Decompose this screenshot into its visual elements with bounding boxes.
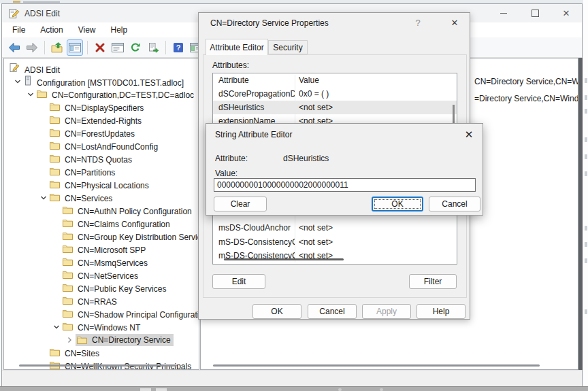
dialog-help-icon[interactable]: ? (411, 15, 425, 30)
attribute-row-dsheuristics-selected[interactable]: dSHeuristics <not set> (213, 101, 457, 114)
tree-item-cn-msmqservices[interactable]: CN=MsmqServices (4, 256, 199, 269)
tree-item-content: CN=Extended-Rights (50, 115, 143, 126)
tree-item-cn-rras[interactable]: CN=RRAS (4, 294, 199, 307)
tree-item-cn-group-key-distribution-servic[interactable]: CN=Group Key Distribution Servic (4, 230, 199, 243)
attribute-row[interactable]: mS-DS-ConsistencyC... <not set> (213, 235, 457, 249)
up-one-level-icon[interactable] (49, 39, 65, 56)
tree-item-cn-forestupdates[interactable]: CN=ForestUpdates (4, 126, 199, 139)
tree-item-label: CN=Public Key Services (76, 284, 167, 294)
maximize-button[interactable] (519, 4, 551, 22)
tree-item-cn-authn-policy-configuration[interactable]: CN=AuthN Policy Configuration (4, 204, 199, 217)
tree-item-configuration-mstt0dc01-test-adloc[interactable]: Configuration [MSTT0DC01.TEST.adloc] (4, 75, 199, 88)
chevron-down-icon[interactable] (50, 323, 63, 331)
menu-action[interactable]: Action (33, 23, 70, 37)
tree-item-cn-physical-locations[interactable]: CN=Physical Locations (4, 178, 199, 191)
folder-icon (50, 180, 60, 188)
result-row[interactable]: =Directory Service,CN=Windov (474, 94, 578, 103)
results-vertical-scrollbar[interactable] (578, 58, 583, 370)
tree-horizontal-scrollbar[interactable] (19, 364, 177, 367)
tree-item-cn-extended-rights[interactable]: CN=Extended-Rights (4, 114, 199, 126)
attribute-name: mS-DS-ConsistencyC... (213, 237, 295, 247)
tree-item-label: CN=Directory Service (91, 335, 172, 345)
show-hide-console-tree-icon[interactable] (67, 39, 83, 56)
value-input[interactable]: 00000000010000000002000000011 (214, 178, 476, 192)
tree-item-cn-ntds-quotas[interactable]: CN=NTDS Quotas (4, 152, 199, 165)
tree-item-cn-services[interactable]: CN=Services (4, 191, 199, 204)
folder-icon (63, 283, 73, 292)
forward-icon[interactable] (24, 39, 40, 56)
filter-button[interactable]: Filter (409, 274, 457, 289)
apply-button[interactable]: Apply (362, 304, 411, 319)
tree-rows: ADSI EditConfiguration [MSTT0DC01.TEST.a… (4, 62, 199, 370)
folder-icon (50, 347, 60, 356)
properties-icon[interactable] (110, 39, 126, 56)
tab-security[interactable]: Security (268, 40, 308, 54)
chevron-right-icon[interactable] (63, 336, 76, 344)
tree-item-cn-sites[interactable]: CN=Sites (4, 346, 199, 359)
tree-item-cn-windows-nt[interactable]: CN=Windows NT (4, 320, 199, 333)
minimize-button[interactable] (488, 4, 519, 22)
tree-item-content: CN=DisplaySpecifiers (50, 102, 145, 113)
ok-button[interactable]: OK (252, 304, 301, 319)
tree-item-label: CN=Sites (63, 348, 101, 359)
delete-icon[interactable] (92, 39, 108, 56)
chevron-down-icon[interactable] (37, 194, 50, 202)
tree-item-cn-claims-configuration[interactable]: CN=Claims Configuration (4, 217, 199, 230)
chevron-down-icon[interactable] (12, 78, 24, 86)
column-value[interactable]: Value (295, 75, 319, 85)
dialog-close-icon[interactable]: ✕ (446, 15, 463, 30)
list-vertical-scrollbar[interactable] (453, 105, 455, 124)
attribute-row[interactable]: dSCorePropagationD... 0x0 = ( ) (213, 87, 457, 101)
list-horizontal-scrollbar[interactable] (224, 258, 344, 260)
tree-item-cn-netservices[interactable]: CN=NetServices (4, 269, 199, 282)
attribute-row[interactable]: msDS-CloudAnchor <not set> (213, 221, 457, 235)
dialog-close-icon[interactable]: ✕ (461, 127, 477, 142)
tree-item-cn-configuration-dc-test-dc-adloc[interactable]: CN=Configuration,DC=TEST,DC=adloc (4, 88, 199, 101)
screen: ADSI Edit ✕ File Action View Help (0, 0, 588, 391)
tree-item-label: CN=DisplaySpecifiers (63, 103, 145, 114)
attribute-name: msDS-CloudAnchor (213, 223, 295, 233)
export-list-icon[interactable] (145, 39, 161, 56)
chevron-down-icon[interactable] (24, 90, 37, 99)
help-icon[interactable]: ? (170, 39, 186, 56)
tree-item-content: CN=LostAndFoundConfig (50, 141, 159, 152)
tree-item-cn-public-key-services[interactable]: CN=Public Key Services (4, 282, 199, 294)
tree-item-label: CN=Configuration,DC=TEST,DC=adloc (50, 90, 195, 101)
string-editor-cancel-button[interactable]: Cancel (429, 197, 480, 211)
folder-icon (63, 296, 73, 305)
string-editor-title: String Attribute Editor (215, 130, 292, 139)
tree-item-content: ADSI Edit (10, 63, 61, 75)
menu-help[interactable]: Help (103, 23, 135, 37)
tab-attribute-editor[interactable]: Attribute Editor (206, 39, 268, 55)
refresh-icon[interactable] (127, 39, 144, 56)
minimize-icon (500, 13, 507, 14)
background-text-fragment (23, 1, 60, 3)
folder-icon (50, 154, 60, 163)
close-button[interactable]: ✕ (551, 4, 582, 22)
tree-item-cn-directory-service[interactable]: CN=Directory Service (4, 333, 199, 346)
string-editor-ok-button[interactable]: OK (372, 197, 423, 211)
back-icon[interactable] (6, 39, 22, 56)
clear-button[interactable]: Clear (214, 197, 267, 211)
cancel-button[interactable]: Cancel (308, 304, 357, 319)
folder-icon (37, 89, 47, 98)
results-horizontal-scrollbar[interactable] (213, 364, 540, 367)
console-tree-pane: ADSI EditConfiguration [MSTT0DC01.TEST.a… (3, 58, 199, 370)
tree-item-cn-lostandfoundconfig[interactable]: CN=LostAndFoundConfig (4, 139, 199, 152)
edit-button[interactable]: Edit (212, 274, 265, 289)
tree-item-adsi-edit[interactable]: ADSI Edit (4, 62, 199, 75)
tree-item-cn-microsoft-spp[interactable]: CN=Microsoft SPP (4, 243, 199, 256)
menu-file[interactable]: File (5, 23, 33, 37)
toolbar-separator (87, 41, 88, 54)
result-row[interactable]: CN=Directory Service,CN=Wind (474, 77, 578, 86)
attribute-row[interactable]: mS-DS-ConsistencyG... <not set> (213, 249, 457, 262)
tree-item-cn-shadow-principal-configurati[interactable]: CN=Shadow Principal Configurati (4, 307, 199, 320)
menu-view[interactable]: View (71, 23, 103, 37)
tree-item-cn-partitions[interactable]: CN=Partitions (4, 165, 199, 178)
tree-item-content: CN=NetServices (63, 270, 140, 281)
tree-item-cn-displayspecifiers[interactable]: CN=DisplaySpecifiers (4, 101, 199, 114)
background-right-area (583, 0, 588, 391)
column-attribute[interactable]: Attribute (213, 75, 295, 85)
help-button[interactable]: Help (416, 304, 466, 319)
toolbar-separator (165, 41, 166, 54)
